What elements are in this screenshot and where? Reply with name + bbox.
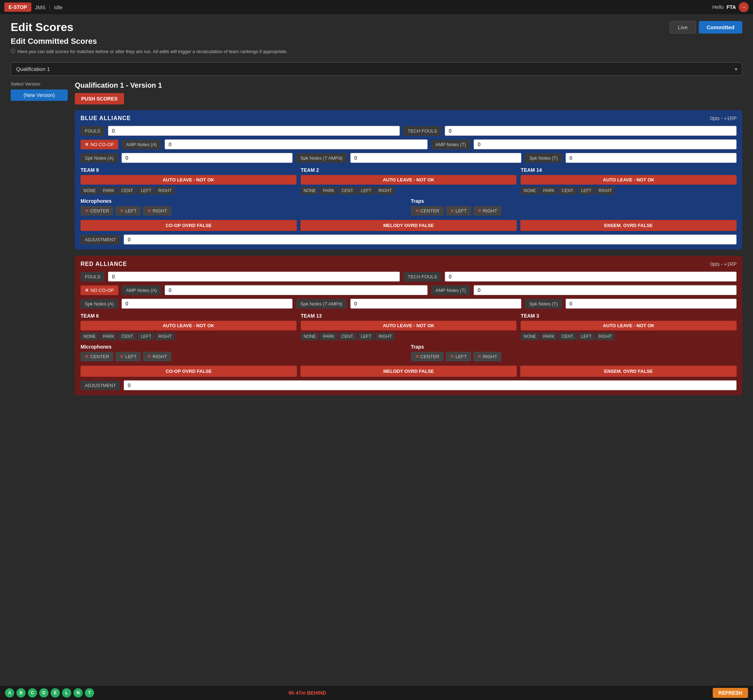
blue-t1-pos-left[interactable]: LEFT	[138, 187, 154, 195]
blue-team-2-positions: NONE PARK CENT. LEFT RIGHT	[301, 187, 517, 195]
blue-adj-input[interactable]	[123, 234, 737, 244]
blue-spk-a-input[interactable]	[122, 153, 292, 163]
red-t1-pos-park[interactable]: PARK	[100, 333, 117, 341]
badge-l[interactable]: L	[62, 688, 71, 697]
red-t3-pos-right[interactable]: RIGHT	[596, 333, 615, 341]
red-t3-pos-none[interactable]: NONE	[521, 333, 539, 341]
red-ensemble-override[interactable]: ENSEM. OVRD FALSE	[520, 366, 737, 377]
red-t1-pos-none[interactable]: NONE	[81, 333, 99, 341]
blue-mic-left[interactable]: ✕ LEFT	[116, 206, 141, 216]
committed-button[interactable]: Committed	[699, 21, 742, 33]
blue-t3-pos-cent[interactable]: CENT.	[559, 187, 577, 195]
blue-t2-pos-none[interactable]: NONE	[301, 187, 319, 195]
blue-tech-fouls-input[interactable]	[445, 126, 737, 136]
red-t2-pos-left[interactable]: LEFT	[358, 333, 374, 341]
blue-t1-pos-none[interactable]: NONE	[81, 187, 99, 195]
red-amp-a-input[interactable]	[165, 285, 428, 295]
red-spk-t-input[interactable]	[566, 299, 737, 309]
red-trap-left-label: LEFT	[455, 354, 467, 359]
red-coop-button[interactable]: ✕ NO CO-OP	[81, 286, 118, 295]
blue-trap-left-label: LEFT	[455, 208, 467, 214]
red-mic-left-label: LEFT	[125, 354, 136, 359]
blue-coop-button[interactable]: ✕ NO CO-OP	[81, 140, 118, 149]
blue-t2-pos-left[interactable]: LEFT	[358, 187, 374, 195]
red-fouls-input[interactable]	[108, 272, 400, 281]
blue-alliance-pts: 0pts - +1RP	[710, 116, 737, 121]
blue-team-1-positions: NONE PARK CENT. LEFT RIGHT	[81, 187, 297, 195]
blue-spk-t-input[interactable]	[566, 153, 737, 163]
push-scores-button[interactable]: PUSH SCORES	[75, 93, 124, 105]
red-t2-pos-park[interactable]: PARK	[320, 333, 337, 341]
red-t2-pos-none[interactable]: NONE	[301, 333, 319, 341]
blue-amp-t-input[interactable]	[473, 139, 737, 149]
red-trap-left[interactable]: ✕ LEFT	[446, 352, 471, 361]
blue-alliance-block: BLUE ALLIANCE 0pts - +1RP FOULS TECH FOU…	[75, 110, 742, 250]
badge-e[interactable]: E	[51, 688, 60, 697]
blue-fouls-input[interactable]	[108, 126, 400, 136]
red-trap-right[interactable]: ✕ RIGHT	[473, 352, 501, 361]
blue-t2-pos-cent[interactable]: CENT.	[339, 187, 357, 195]
red-t1-pos-right[interactable]: RIGHT	[155, 333, 174, 341]
badge-b[interactable]: B	[16, 688, 26, 697]
blue-ensemble-override[interactable]: ENSEM. OVRD FALSE	[520, 220, 737, 231]
match-select[interactable]: Qualification 1	[11, 62, 742, 75]
live-button[interactable]: Live	[670, 21, 696, 33]
blue-mic-center[interactable]: ✕ CENTER	[81, 206, 113, 216]
red-coop-override[interactable]: CO-OP OVRD FALSE	[81, 366, 297, 377]
blue-amp-a-input[interactable]	[165, 139, 428, 149]
blue-traps: Traps ✕ CENTER ✕ LEFT ✕ RIGHT	[411, 198, 737, 216]
red-trap-center[interactable]: ✕ CENTER	[411, 352, 444, 361]
estop-button[interactable]: E-STOP	[4, 3, 31, 12]
red-t2-pos-cent[interactable]: CENT.	[339, 333, 357, 341]
red-t3-pos-park[interactable]: PARK	[540, 333, 557, 341]
badge-c[interactable]: C	[28, 688, 37, 697]
blue-t2-pos-park[interactable]: PARK	[320, 187, 337, 195]
refresh-button[interactable]: REFRESH	[713, 688, 748, 698]
red-coop-x-icon: ✕	[85, 288, 89, 293]
blue-team-3-auto-leave[interactable]: AUTO LEAVE - NOT OK	[521, 175, 737, 184]
blue-mic-right[interactable]: ✕ RIGHT	[143, 206, 171, 216]
red-t3-pos-cent[interactable]: CENT.	[559, 333, 577, 341]
blue-trap-center[interactable]: ✕ CENTER	[411, 206, 444, 216]
badge-d[interactable]: D	[39, 688, 48, 697]
version-header: Qualification 1 - Version 1	[75, 81, 742, 89]
blue-melody-override[interactable]: MELODY OVRD FALSE	[300, 220, 517, 231]
blue-coop-override[interactable]: CO-OP OVRD FALSE	[81, 220, 297, 231]
red-mic-left[interactable]: ✕ LEFT	[116, 352, 141, 361]
red-team-2-auto-leave[interactable]: AUTO LEAVE - NOT OK	[301, 321, 517, 330]
logout-button[interactable]: →	[739, 2, 749, 12]
badge-n[interactable]: N	[73, 688, 83, 697]
red-adj-input[interactable]	[123, 380, 737, 390]
red-t2-pos-right[interactable]: RIGHT	[376, 333, 395, 341]
badge-t[interactable]: T	[85, 688, 94, 697]
blue-mic-traps: Microphones ✕ CENTER ✕ LEFT ✕ RIGHT	[81, 198, 737, 216]
blue-t1-pos-park[interactable]: PARK	[100, 187, 117, 195]
red-t1-pos-left[interactable]: LEFT	[138, 333, 154, 341]
blue-trap-right[interactable]: ✕ RIGHT	[473, 206, 501, 216]
blue-spk-tamped-input[interactable]	[350, 153, 521, 163]
blue-t3-pos-right[interactable]: RIGHT	[596, 187, 615, 195]
red-melody-override[interactable]: MELODY OVRD FALSE	[300, 366, 517, 377]
blue-team-2-auto-leave[interactable]: AUTO LEAVE - NOT OK	[301, 175, 517, 184]
red-mic-right[interactable]: ✕ RIGHT	[143, 352, 171, 361]
red-spk-tamped-input[interactable]	[350, 299, 521, 309]
blue-t2-pos-right[interactable]: RIGHT	[376, 187, 395, 195]
badge-a[interactable]: A	[5, 688, 14, 697]
red-amp-t-input[interactable]	[473, 285, 737, 295]
blue-t3-pos-none[interactable]: NONE	[521, 187, 539, 195]
red-spk-a-input[interactable]	[122, 299, 292, 309]
red-coop-row: ✕ NO CO-OP AMP Notes (A) AMP Notes (T)	[81, 285, 737, 295]
blue-t1-pos-right[interactable]: RIGHT	[155, 187, 174, 195]
red-t1-pos-cent[interactable]: CENT.	[118, 333, 136, 341]
red-team-3-auto-leave[interactable]: AUTO LEAVE - NOT OK	[521, 321, 737, 330]
red-team-1-auto-leave[interactable]: AUTO LEAVE - NOT OK	[81, 321, 297, 330]
blue-t3-pos-park[interactable]: PARK	[540, 187, 557, 195]
new-version-button[interactable]: (New Version)	[11, 89, 68, 101]
blue-trap-left[interactable]: ✕ LEFT	[446, 206, 471, 216]
red-t3-pos-left[interactable]: LEFT	[578, 333, 594, 341]
blue-team-1-auto-leave[interactable]: AUTO LEAVE - NOT OK	[81, 175, 297, 184]
red-mic-center[interactable]: ✕ CENTER	[81, 352, 113, 361]
red-tech-fouls-input[interactable]	[445, 272, 737, 281]
blue-t3-pos-left[interactable]: LEFT	[578, 187, 594, 195]
blue-t1-pos-cent[interactable]: CENT.	[118, 187, 136, 195]
